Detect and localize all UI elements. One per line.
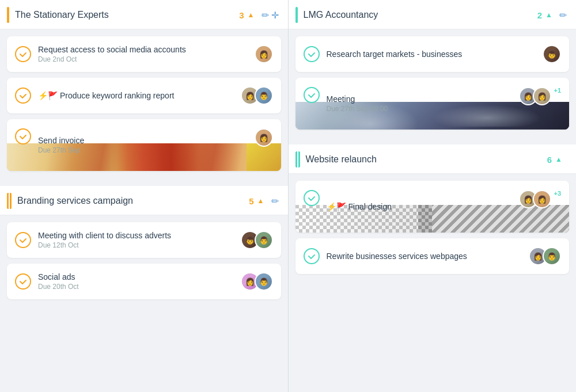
task-check-1[interactable] (15, 46, 31, 62)
task-due-3: Due 27th Sep (38, 146, 250, 154)
avatar-face-4b: 👨 (256, 232, 272, 248)
task-info-9: Rewrite businesses services webpages (327, 252, 525, 261)
section-count-lmg: 2 (537, 10, 542, 20)
section-header-branding: Branding services campaign 5 ▲ ✏ (0, 186, 288, 215)
task-info-2: ⚡🚩 Produce keyword ranking report (38, 91, 236, 100)
task-title-8: ⚡🚩 Final design (327, 202, 515, 211)
plus-count-8: +3 (554, 190, 561, 208)
accent-bar-website (295, 151, 300, 168)
edit-icon-branding[interactable]: ✏ (271, 196, 279, 207)
avatar-9b: 👨 (543, 247, 561, 265)
accent-bar-branding (7, 193, 12, 209)
avatar-2b: 👨 (255, 86, 273, 105)
task-check-9[interactable] (304, 248, 320, 264)
task-info-7: Meeting Due 27th Sep 09:00 (327, 94, 515, 113)
task-title-2: ⚡🚩 Produce keyword ranking report (38, 91, 236, 100)
section-title-stationary: The Stationary Experts (15, 10, 239, 20)
section-title-branding: Branding services campaign (17, 196, 249, 206)
avatar-5b: 👨 (255, 272, 273, 291)
avatar-1: 👩 (255, 45, 273, 63)
section-title-lmg: LMG Accountancy (304, 10, 537, 20)
tasks-container-website: ⚡🚩 Final design 👩 👩 +3 (289, 174, 577, 274)
section-gap-2 (289, 135, 577, 144)
avatar-face-8b: 👩 (534, 191, 550, 207)
task-card-rewrite[interactable]: Rewrite businesses services webpages 👩 👨 (295, 238, 570, 274)
task-check-2[interactable] (15, 87, 31, 104)
task-title-5: Social ads (38, 272, 236, 281)
task-check-4[interactable] (15, 232, 31, 248)
avatar-face-2b: 👨 (256, 87, 272, 104)
task-avatars-8: 👩 👩 +3 (519, 190, 561, 208)
section-count-branding: 5 (249, 196, 253, 206)
chevron-up-icon-stationary[interactable]: ▲ (248, 11, 255, 19)
plus-count-7: +1 (554, 87, 561, 105)
task-check-7[interactable] (304, 87, 320, 103)
section-title-website: Website relaunch (306, 154, 547, 165)
task-card-research[interactable]: Research target markets - businesses 👦 (295, 36, 570, 72)
task-avatars-1: 👩 (255, 45, 273, 63)
section-count-stationary: 3 (239, 10, 244, 20)
avatar-3: 👩 (255, 128, 273, 147)
task-info-1: Request access to social media accounts … (38, 45, 250, 63)
avatar-face-7b: 👩 (534, 88, 550, 104)
section-header-stationary: The Stationary Experts 3 ▲ ✏ ✛ (0, 0, 288, 29)
task-card-meeting-lmg[interactable]: Meeting Due 27th Sep 09:00 👩 👩 +1 (295, 78, 570, 130)
avatar-face-6: 👦 (544, 46, 560, 62)
task-info-6: Research target markets - businesses (327, 50, 539, 59)
task-check-6[interactable] (304, 46, 320, 62)
task-due-1: Due 2nd Oct (38, 55, 250, 63)
section-header-lmg: LMG Accountancy 2 ▲ ✏ (289, 0, 577, 29)
task-avatars-7: 👩 👩 +1 (519, 87, 561, 105)
avatar-face-1: 👩 (256, 46, 272, 62)
task-card-invoice[interactable]: Send invoice Due 27th Sep 👩 (7, 119, 281, 171)
task-due-4: Due 12th Oct (38, 241, 236, 249)
task-flag-2: ⚡🚩 (38, 91, 58, 100)
task-check-8[interactable] (304, 190, 320, 206)
section-header-website: Website relaunch 6 ▲ (289, 144, 577, 174)
avatar-face-5b: 👨 (256, 273, 272, 290)
task-title-6: Research target markets - businesses (327, 50, 539, 59)
avatar-8b: 👩 (533, 190, 551, 208)
avatar-4b: 👨 (255, 231, 273, 249)
task-info-4: Meeting with client to discuss adverts D… (38, 231, 236, 249)
task-title-4: Meeting with client to discuss adverts (38, 231, 236, 240)
avatar-7b: 👩 (533, 87, 551, 105)
left-column: The Stationary Experts 3 ▲ ✏ ✛ Request a… (0, 0, 288, 392)
drag-icon-stationary[interactable]: ✛ (271, 10, 279, 21)
task-title-1: Request access to social media accounts (38, 45, 250, 54)
chevron-up-icon-branding[interactable]: ▲ (257, 197, 264, 205)
task-card-meeting-client[interactable]: Meeting with client to discuss adverts D… (7, 222, 281, 258)
task-card-social-media[interactable]: Request access to social media accounts … (7, 36, 281, 72)
task-avatars-5: 👩 👨 (241, 272, 273, 291)
task-avatars-4: 👦 👨 (241, 231, 273, 249)
accent-bar-lmg (295, 7, 298, 23)
task-flag-8: ⚡🚩 (327, 202, 346, 211)
avatar-6: 👦 (543, 45, 561, 63)
task-check-5[interactable] (15, 273, 31, 290)
task-avatars-2: 👩 👨 (241, 86, 273, 105)
chevron-up-icon-lmg[interactable]: ▲ (545, 11, 552, 19)
task-info-5: Social ads Due 20th Oct (38, 272, 236, 291)
tasks-container-branding: Meeting with client to discuss adverts D… (0, 215, 288, 299)
task-title-9: Rewrite businesses services webpages (327, 252, 525, 261)
section-count-website: 6 (547, 155, 552, 165)
task-title-7: Meeting (327, 94, 515, 104)
accent-bar-stationary (7, 7, 9, 23)
task-card-final-design[interactable]: ⚡🚩 Final design 👩 👩 +3 (295, 181, 570, 233)
edit-icon-lmg[interactable]: ✏ (559, 10, 567, 21)
task-avatars-6: 👦 (543, 45, 561, 63)
main-layout: The Stationary Experts 3 ▲ ✏ ✛ Request a… (0, 0, 576, 392)
section-gap-1 (0, 177, 288, 186)
tasks-container-stationary: Request access to social media accounts … (0, 29, 288, 171)
task-card-social-ads[interactable]: Social ads Due 20th Oct 👩 👨 (7, 264, 281, 299)
task-check-3[interactable] (15, 128, 31, 144)
task-card-keyword[interactable]: ⚡🚩 Produce keyword ranking report 👩 👨 (7, 78, 281, 113)
avatar-face-3: 👩 (256, 130, 272, 146)
task-title-3: Send invoice (38, 136, 250, 145)
task-info-8: ⚡🚩 Final design (327, 202, 515, 211)
right-column: LMG Accountancy 2 ▲ ✏ Research target ma… (289, 0, 577, 392)
edit-icon-stationary[interactable]: ✏ (262, 10, 269, 21)
task-due-7: Due 27th Sep 09:00 (327, 105, 515, 113)
chevron-up-icon-website[interactable]: ▲ (555, 155, 562, 163)
avatar-face-9b: 👨 (544, 248, 560, 264)
